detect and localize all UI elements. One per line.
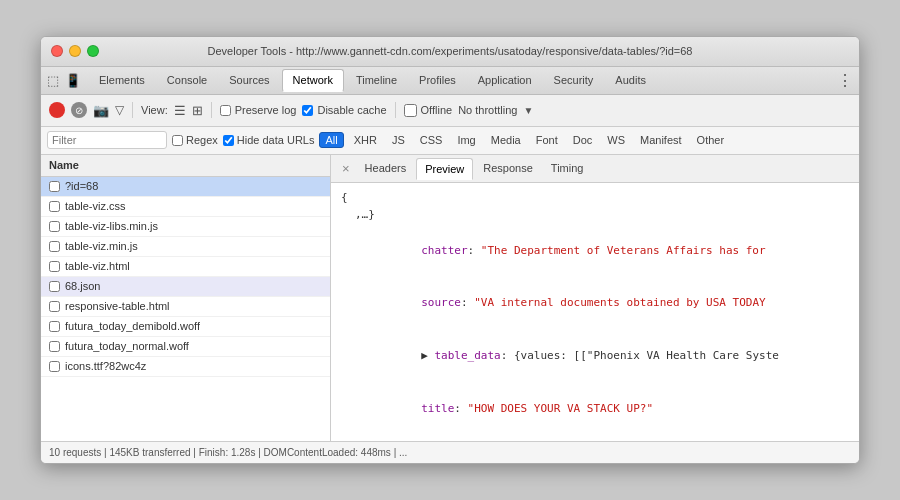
tabbar-icons: ⬚ 📱 — [47, 73, 81, 88]
preserve-log-label: Preserve log — [235, 104, 297, 116]
detail-panel: × Headers Preview Response Timing { ,…} … — [331, 155, 859, 441]
tab-application[interactable]: Application — [468, 70, 542, 90]
request-checkbox[interactable] — [49, 321, 60, 332]
request-name: ?id=68 — [65, 180, 98, 192]
filterbar: Regex Hide data URLs All XHR JS CSS Img … — [41, 127, 859, 155]
close-button[interactable] — [51, 45, 63, 57]
filter-img-button[interactable]: Img — [452, 133, 480, 147]
request-name: responsive-table.html — [65, 300, 170, 312]
main-content: Name ?id=68table-viz.csstable-viz-libs.m… — [41, 155, 859, 441]
json-arrow-table-data[interactable] — [421, 349, 434, 362]
request-checkbox[interactable] — [49, 301, 60, 312]
json-source: source: "VA internal documents obtained … — [341, 277, 849, 330]
request-row[interactable]: table-viz-libs.min.js — [41, 217, 330, 237]
record-stop-button[interactable] — [49, 102, 65, 118]
request-checkbox[interactable] — [49, 221, 60, 232]
filter-all-button[interactable]: All — [319, 132, 343, 148]
offline-checkbox[interactable] — [404, 104, 417, 117]
toolbar-separator-2 — [211, 102, 212, 118]
request-checkbox[interactable] — [49, 361, 60, 372]
request-name: 68.json — [65, 280, 100, 292]
request-panel: Name ?id=68table-viz.csstable-viz-libs.m… — [41, 155, 331, 441]
preview-content: { ,…} chatter: "The Department of Vetera… — [331, 183, 859, 441]
request-row[interactable]: 68.json — [41, 277, 330, 297]
filter-media-button[interactable]: Media — [486, 133, 526, 147]
preserve-log-checkbox[interactable] — [220, 105, 231, 116]
request-name: futura_today_normal.woff — [65, 340, 189, 352]
request-name: table-viz.css — [65, 200, 126, 212]
json-open-brace: { — [341, 189, 849, 207]
close-detail-button[interactable]: × — [337, 159, 355, 178]
request-row[interactable]: futura_today_demibold.woff — [41, 317, 330, 337]
detail-tab-response[interactable]: Response — [475, 158, 541, 178]
disable-cache-checkbox[interactable] — [302, 105, 313, 116]
tab-network[interactable]: Network — [282, 69, 344, 92]
inspect-icon[interactable]: ⬚ — [47, 73, 59, 88]
filter-input[interactable] — [47, 131, 167, 149]
view-label: View: — [141, 104, 168, 116]
hide-data-urls-checkbox[interactable] — [223, 135, 234, 146]
tab-security[interactable]: Security — [544, 70, 604, 90]
request-checkbox[interactable] — [49, 281, 60, 292]
preserve-log-group: Preserve log — [220, 104, 297, 116]
detail-panel-tabs: × Headers Preview Response Timing — [331, 155, 859, 183]
more-tabs-icon[interactable]: ⋮ — [837, 71, 853, 90]
regex-label: Regex — [186, 134, 218, 146]
filter-other-button[interactable]: Other — [692, 133, 730, 147]
tab-console[interactable]: Console — [157, 70, 217, 90]
json-key-table-data: table_data — [434, 349, 500, 362]
request-checkbox[interactable] — [49, 181, 60, 192]
tab-elements[interactable]: Elements — [89, 70, 155, 90]
request-row[interactable]: table-viz.css — [41, 197, 330, 217]
request-row[interactable]: ?id=68 — [41, 177, 330, 197]
request-list-header: Name — [41, 155, 330, 177]
devices-icon[interactable]: 📱 — [65, 73, 81, 88]
json-val-source: "VA internal documents obtained by USA T… — [474, 296, 765, 309]
detail-tab-headers[interactable]: Headers — [357, 158, 415, 178]
traffic-lights — [51, 45, 99, 57]
filter-css-button[interactable]: CSS — [415, 133, 448, 147]
tab-profiles[interactable]: Profiles — [409, 70, 466, 90]
regex-checkbox[interactable] — [172, 135, 183, 146]
minimize-button[interactable] — [69, 45, 81, 57]
disable-cache-group: Disable cache — [302, 104, 386, 116]
filter-xhr-button[interactable]: XHR — [349, 133, 382, 147]
list-view-icon[interactable]: ☰ — [174, 103, 186, 118]
detail-tab-timing[interactable]: Timing — [543, 158, 592, 178]
request-row[interactable]: table-viz.min.js — [41, 237, 330, 257]
statusbar: 10 requests | 145KB transferred | Finish… — [41, 441, 859, 463]
json-key-source: source — [421, 296, 461, 309]
camera-icon[interactable]: 📷 — [93, 103, 109, 118]
detail-tab-preview[interactable]: Preview — [416, 158, 473, 180]
request-row[interactable]: futura_today_normal.woff — [41, 337, 330, 357]
json-chatter: chatter: "The Department of Veterans Aff… — [341, 224, 849, 277]
request-checkbox[interactable] — [49, 261, 60, 272]
filter-manifest-button[interactable]: Manifest — [635, 133, 687, 147]
filter-font-button[interactable]: Font — [531, 133, 563, 147]
maximize-button[interactable] — [87, 45, 99, 57]
filter-js-button[interactable]: JS — [387, 133, 410, 147]
request-row[interactable]: table-viz.html — [41, 257, 330, 277]
request-checkbox[interactable] — [49, 201, 60, 212]
request-row[interactable]: responsive-table.html — [41, 297, 330, 317]
request-checkbox[interactable] — [49, 241, 60, 252]
filter-doc-button[interactable]: Doc — [568, 133, 598, 147]
request-name: table-viz.html — [65, 260, 130, 272]
tab-audits[interactable]: Audits — [605, 70, 656, 90]
filter-icon[interactable]: ▽ — [115, 103, 124, 117]
throttle-arrow-icon[interactable]: ▼ — [523, 105, 533, 116]
titlebar: Developer Tools - http://www.gannett-cdn… — [41, 37, 859, 67]
clear-button[interactable]: ⊘ — [71, 102, 87, 118]
request-list: ?id=68table-viz.csstable-viz-libs.min.js… — [41, 177, 330, 441]
request-row[interactable]: icons.ttf?82wc4z — [41, 357, 330, 377]
regex-chip: Regex — [172, 134, 218, 146]
throttle-select[interactable]: No throttling — [458, 104, 517, 116]
tab-sources[interactable]: Sources — [219, 70, 279, 90]
window-title: Developer Tools - http://www.gannett-cdn… — [208, 45, 693, 57]
filter-ws-button[interactable]: WS — [602, 133, 630, 147]
request-checkbox[interactable] — [49, 341, 60, 352]
offline-group: Offline — [404, 104, 453, 117]
tab-timeline[interactable]: Timeline — [346, 70, 407, 90]
hide-data-urls-label: Hide data URLs — [237, 134, 315, 146]
large-view-icon[interactable]: ⊞ — [192, 103, 203, 118]
